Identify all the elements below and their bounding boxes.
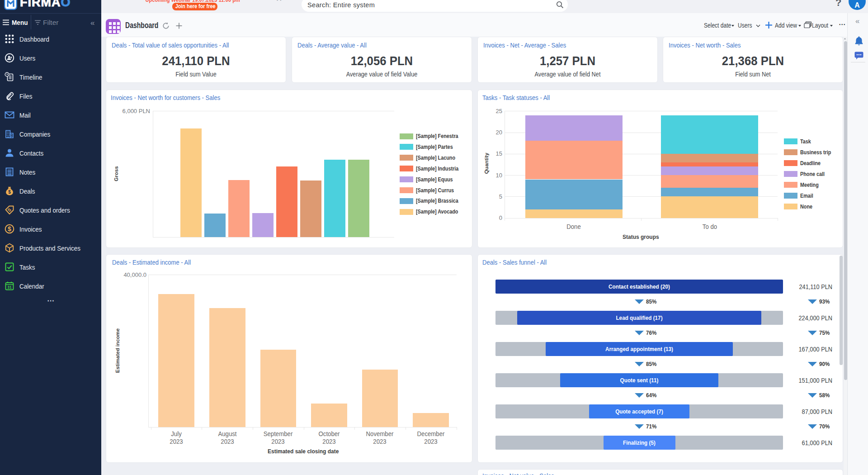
svg-text:31: 31 <box>7 285 12 290</box>
svg-text:$: $ <box>8 225 11 233</box>
svg-text:$: $ <box>8 190 11 195</box>
